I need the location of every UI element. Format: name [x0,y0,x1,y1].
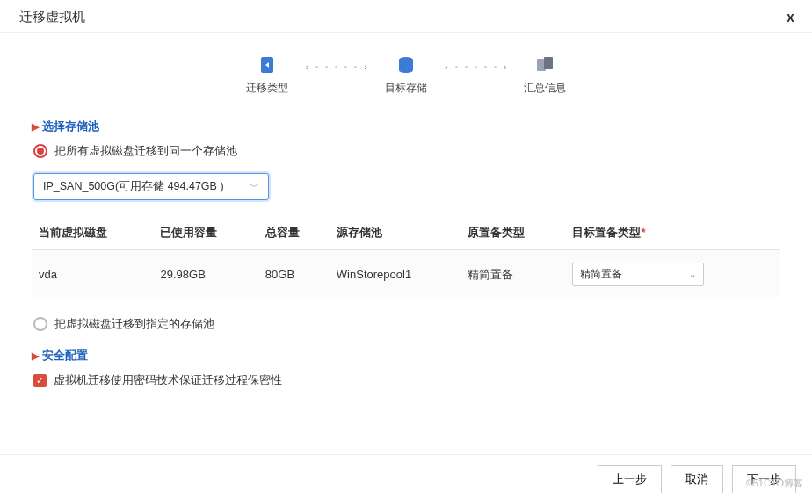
radio-same-pool[interactable]: 把所有虚拟磁盘迁移到同一个存储池 [33,143,780,159]
cell-dst-type: 精简置备 ⌄ [565,250,780,298]
step-summary: 汇总信息 [518,53,571,96]
cell-used: 29.98GB [153,250,257,298]
col-src-type: 原置备类型 [460,216,565,250]
step-label: 汇总信息 [524,81,566,96]
cell-disk: vda [32,250,153,298]
dialog-content: ▶ 选择存储池 把所有虚拟磁盘迁移到同一个存储池 IP_SAN_500G(可用存… [0,104,812,454]
dialog-header: 迁移虚拟机 x [0,0,812,33]
step-separator: › › [306,61,367,72]
section-security[interactable]: ▶ 安全配置 [32,348,780,364]
step-target-storage: 目标存储 [380,53,432,96]
step-label: 目标存储 [385,81,427,96]
doc-icon [255,53,279,77]
dialog-footer: 上一步 取消 下一步 [0,454,812,504]
col-used: 已使用容量 [153,216,257,250]
col-src-pool: 源存储池 [330,216,460,250]
disk-table: 当前虚拟磁盘 已使用容量 总容量 源存储池 原置备类型 目标置备类型* vda … [32,216,780,297]
chevron-right-icon: › [364,61,367,72]
section-storage-pool[interactable]: ▶ 选择存储池 [32,119,780,134]
chevron-down-icon: ⌄ [689,270,696,279]
chevron-right-icon: › [445,61,448,72]
storage-icon [394,53,418,77]
radio-label: 把所有虚拟磁盘迁移到同一个存储池 [54,143,237,159]
table-row: vda 29.98GB 80GB WinStorepool1 精简置备 精简置备… [32,250,780,298]
prev-button[interactable]: 上一步 [598,465,662,493]
step-separator: › › [445,61,506,72]
next-button[interactable]: 下一步 [732,465,796,493]
cell-src-type: 精简置备 [460,250,565,298]
col-disk: 当前虚拟磁盘 [32,216,153,250]
select-value: IP_SAN_500G(可用存储 494.47GB ) [43,179,224,194]
section-label: 安全配置 [42,348,88,364]
step-label: 迁移类型 [246,81,288,96]
radio-icon[interactable] [33,144,47,158]
col-dst-type: 目标置备类型* [565,216,780,250]
dialog-title: 迁移虚拟机 [19,9,85,25]
migrate-vm-dialog: 迁移虚拟机 x 迁移类型 › › 目标存储 › › [0,0,812,504]
radio-icon[interactable] [33,317,47,331]
summary-icon [533,53,557,77]
svg-rect-4 [544,57,553,69]
triangle-icon: ▶ [32,350,39,362]
cell-src-pool: WinStorepool1 [330,250,460,298]
chevron-right-icon: › [306,61,309,72]
dst-type-select[interactable]: 精简置备 ⌄ [572,263,704,286]
col-total: 总容量 [258,216,330,250]
cell-total: 80GB [258,250,330,298]
storage-pool-select[interactable]: IP_SAN_500G(可用存储 494.47GB ) ﹀ [33,173,269,200]
chevron-down-icon: ﹀ [250,180,259,193]
triangle-icon: ▶ [32,121,39,133]
radio-label: 把虚拟磁盘迁移到指定的存储池 [54,316,214,332]
select-value: 精简置备 [580,267,622,282]
radio-specific-pool[interactable]: 把虚拟磁盘迁移到指定的存储池 [33,316,780,332]
cancel-button[interactable]: 取消 [671,465,723,493]
checkbox-label: 虚拟机迁移使用密码技术保证迁移过程保密性 [54,372,282,388]
wizard-stepper: 迁移类型 › › 目标存储 › › 汇总信息 [0,33,812,104]
close-icon[interactable]: x [787,10,794,25]
step-migration-type: 迁移类型 [241,53,294,96]
chevron-right-icon: › [504,61,507,72]
checkbox-icon[interactable]: ✓ [33,374,47,387]
table-header-row: 当前虚拟磁盘 已使用容量 总容量 源存储池 原置备类型 目标置备类型* [32,216,780,250]
section-label: 选择存储池 [42,119,99,134]
checkbox-encrypt-migration[interactable]: ✓ 虚拟机迁移使用密码技术保证迁移过程保密性 [33,372,780,388]
